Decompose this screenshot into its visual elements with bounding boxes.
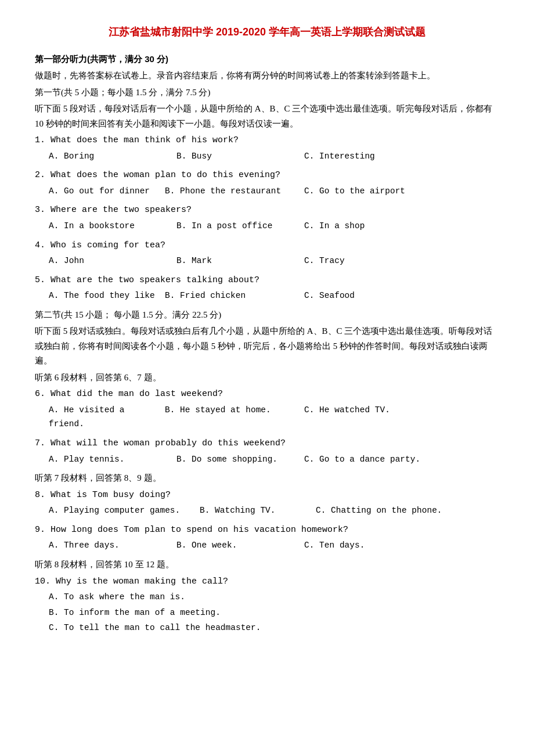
group2-intro: 听第 7 段材料，回答第 8、9 题。: [35, 471, 499, 486]
part1-title: 第一部分听力(共两节，满分 30 分): [35, 52, 499, 67]
section2-title: 第二节(共 15 小题； 每小题 1.5 分。满分 22.5 分): [35, 308, 499, 323]
q8-opt-c: C. Chatting on the phone.: [316, 503, 455, 518]
q2-opt-b: B. Phone the restaurant: [165, 184, 304, 199]
q10-opt-a: A. To ask where the man is.: [49, 590, 499, 604]
q7-opt-b: B. Do some shopping.: [176, 452, 304, 467]
q9-opt-b: B. One week.: [176, 538, 304, 553]
q6-opt-a: A. He visited a friend.: [49, 403, 165, 431]
section1-title: 第一节(共 5 小题；每小题 1.5 分，满分 7.5 分): [35, 85, 499, 100]
q2-opt-c: C. Go to the airport: [304, 184, 432, 199]
part1-intro: 做题时，先将答案标在试卷上。录音内容结束后，你将有两分钟的时间将试卷上的答案转涂…: [35, 69, 499, 84]
q7-opt-a: A. Play tennis.: [49, 452, 176, 467]
q8-options: A. Playing computer games. B. Watching T…: [49, 503, 499, 518]
q7-text: 7. What will the woman probably do this …: [35, 436, 499, 451]
q3-opt-b: B. In a post office: [176, 219, 304, 233]
q4-options: A. John B. Mark C. Tracy: [49, 254, 499, 268]
q3-text: 3. Where are the two speakers?: [35, 203, 499, 218]
question-7: 7. What will the woman probably do this …: [35, 436, 499, 466]
q7-options: A. Play tennis. B. Do some shopping. C. …: [49, 452, 499, 467]
q6-text: 6. What did the man do last weekend?: [35, 387, 499, 402]
q10-opt-c: C. To tell the man to call the headmaste…: [49, 621, 499, 635]
q2-text: 2. What does the woman plan to do this e…: [35, 168, 499, 183]
q6-opt-b: B. He stayed at home.: [165, 403, 304, 431]
q1-text: 1. What does the man think of his work?: [35, 133, 499, 148]
group3-intro: 听第 8 段材料，回答第 10 至 12 题。: [35, 557, 499, 573]
q10-opt-b: B. To inform the man of a meeting.: [49, 606, 499, 620]
q8-text: 8. What is Tom busy doing?: [35, 488, 499, 503]
q1-opt-b: B. Busy: [176, 149, 304, 164]
question-3: 3. Where are the two speakers? A. In a b…: [35, 203, 499, 233]
q9-opt-a: A. Three days.: [49, 538, 176, 553]
question-10: 10. Why is the woman making the call? A.…: [35, 574, 499, 635]
question-8: 8. What is Tom busy doing? A. Playing co…: [35, 488, 499, 518]
q8-opt-b: B. Watching TV.: [200, 503, 316, 518]
q3-opt-c: C. In a shop: [304, 219, 432, 233]
q3-options: A. In a bookstore B. In a post office C.…: [49, 219, 499, 233]
q4-opt-c: C. Tracy: [304, 254, 432, 268]
q2-options: A. Go out for dinner B. Phone the restau…: [49, 184, 499, 199]
question-5: 5. What are the two speakers talking abo…: [35, 273, 499, 303]
q3-opt-a: A. In a bookstore: [49, 219, 176, 233]
section2-instruction: 听下面 5 段对话或独白。每段对话或独白后有几个小题，从题中所给的 A、B、C …: [35, 324, 499, 369]
section1-instruction: 听下面 5 段对话，每段对话后有一个小题，从题中所给的 A、B、C 三个选项中选…: [35, 102, 499, 131]
q1-opt-a: A. Boring: [49, 149, 176, 164]
q5-opt-a: A. The food they like: [49, 289, 165, 303]
q5-opt-b: B. Fried chicken: [165, 289, 304, 303]
question-1: 1. What does the man think of his work? …: [35, 133, 499, 163]
q1-options: A. Boring B. Busy C. Interesting: [49, 149, 499, 164]
q6-options: A. He visited a friend. B. He stayed at …: [49, 403, 499, 431]
q5-options: A. The food they like B. Fried chicken C…: [49, 289, 499, 303]
q6-opt-c: C. He watched TV.: [304, 403, 432, 431]
page-title: 江苏省盐城市射阳中学 2019-2020 学年高一英语上学期联合测试试题: [35, 23, 499, 41]
question-2: 2. What does the woman plan to do this e…: [35, 168, 499, 198]
question-4: 4. Who is coming for tea? A. John B. Mar…: [35, 238, 499, 268]
q9-options: A. Three days. B. One week. C. Ten days.: [49, 538, 499, 553]
q4-text: 4. Who is coming for tea?: [35, 238, 499, 253]
q2-opt-a: A. Go out for dinner: [49, 184, 165, 199]
q9-opt-c: C. Ten days.: [304, 538, 432, 553]
q7-opt-c: C. Go to a dance party.: [304, 452, 432, 467]
q9-text: 9. How long does Tom plan to spend on hi…: [35, 523, 499, 538]
q5-text: 5. What are the two speakers talking abo…: [35, 273, 499, 288]
q4-opt-a: A. John: [49, 254, 176, 268]
q4-opt-b: B. Mark: [176, 254, 304, 268]
q8-opt-a: A. Playing computer games.: [49, 503, 200, 518]
question-6: 6. What did the man do last weekend? A. …: [35, 387, 499, 431]
group1-intro: 听第 6 段材料，回答第 6、7 题。: [35, 370, 499, 386]
q5-opt-c: C. Seafood: [304, 289, 432, 303]
q1-opt-c: C. Interesting: [304, 149, 432, 164]
question-9: 9. How long does Tom plan to spend on hi…: [35, 523, 499, 553]
q10-options: A. To ask where the man is. B. To inform…: [49, 590, 499, 635]
q10-text: 10. Why is the woman making the call?: [35, 574, 499, 589]
